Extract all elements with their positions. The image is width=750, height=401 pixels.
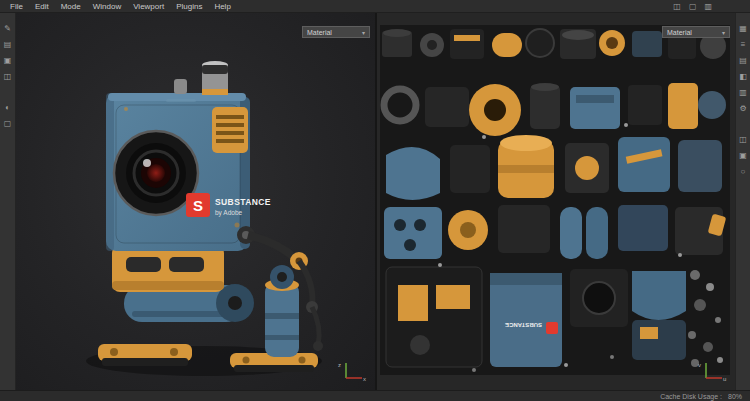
cache-usage-value: 80%: [728, 393, 742, 400]
polygon-fill-tool-icon[interactable]: ◫: [2, 72, 14, 82]
sticker-subtitle: by Adobe: [215, 209, 242, 217]
svg-text:x: x: [363, 376, 366, 382]
shelf-panel-icon[interactable]: ◧: [737, 72, 749, 82]
svg-text:SUBSTANCE: SUBSTANCE: [505, 322, 542, 328]
layers-panel-icon[interactable]: ≡: [737, 40, 749, 50]
dock-panel-icon[interactable]: ◫: [737, 135, 749, 145]
substance-painter-window: File Edit Mode Window Viewport Plugins H…: [0, 0, 750, 401]
svg-text:v: v: [698, 362, 701, 368]
material-select-3d[interactable]: Material ▾: [302, 26, 370, 38]
cache-usage-label: Cache Disk Usage :: [660, 393, 722, 400]
viewport-2d[interactable]: SUBSTANCE Material ▾: [377, 13, 735, 390]
material-select-2d-label: Material: [667, 29, 692, 36]
viewer-settings-icon[interactable]: ○: [737, 167, 749, 177]
sticker-title: SUBSTANCE: [215, 197, 271, 207]
axis-gizmo-2d: v u: [696, 357, 728, 385]
settings-gear-icon[interactable]: ⚙: [737, 104, 749, 114]
eraser-tool-icon[interactable]: ▤: [2, 40, 14, 50]
uv-texture-atlas: SUBSTANCE: [380, 25, 730, 375]
menu-bar: File Edit Mode Window Viewport Plugins H…: [0, 0, 750, 13]
window-toggle-icon[interactable]: ▢: [689, 2, 697, 11]
svg-text:z: z: [338, 362, 341, 368]
menu-file[interactable]: File: [4, 2, 29, 11]
smudge-tool-icon[interactable]: ◐: [2, 103, 14, 113]
menu-viewport[interactable]: Viewport: [127, 2, 170, 11]
axis-gizmo-3d: z x: [336, 357, 368, 385]
material-select-2d[interactable]: Material ▾: [662, 26, 730, 38]
menu-edit[interactable]: Edit: [29, 2, 55, 11]
texture-set-panel-icon[interactable]: ▦: [737, 24, 749, 34]
robot-3d-render: S SUBSTANCE by Adobe: [16, 13, 375, 390]
material-select-3d-label: Material: [307, 29, 332, 36]
panels-toggle-icon[interactable]: ▥: [704, 2, 712, 11]
substance-logo-letter: S: [193, 197, 203, 214]
layout-toggle-icon[interactable]: ◫: [673, 2, 681, 11]
menu-mode[interactable]: Mode: [55, 2, 87, 11]
projection-tool-icon[interactable]: ▣: [2, 56, 14, 66]
viewport-3d[interactable]: S SUBSTANCE by Adobe Material: [16, 13, 377, 390]
tools-toolbar: ✎ ▤ ▣ ◫ ◐ ▢: [0, 13, 16, 390]
menu-help[interactable]: Help: [208, 2, 236, 11]
display-settings-icon[interactable]: ▥: [737, 88, 749, 98]
dock-toolbar: ▦ ≡ ▤ ◧ ▥ ⚙ ◫ ▣ ○: [735, 13, 750, 390]
status-bar: Cache Disk Usage : 80%: [0, 390, 750, 401]
chevron-down-icon: ▾: [362, 29, 365, 36]
clone-tool-icon[interactable]: ▢: [2, 119, 14, 129]
paint-tool-icon[interactable]: ✎: [2, 24, 14, 34]
chevron-down-icon: ▾: [722, 29, 725, 36]
menu-window[interactable]: Window: [87, 2, 127, 11]
menu-right-icons: ◫ ▢ ▥: [673, 2, 712, 11]
main-area: ✎ ▤ ▣ ◫ ◐ ▢: [0, 13, 750, 390]
properties-panel-icon[interactable]: ▤: [737, 56, 749, 66]
svg-text:u: u: [723, 376, 726, 382]
history-panel-icon[interactable]: ▣: [737, 151, 749, 161]
menu-plugins[interactable]: Plugins: [170, 2, 208, 11]
